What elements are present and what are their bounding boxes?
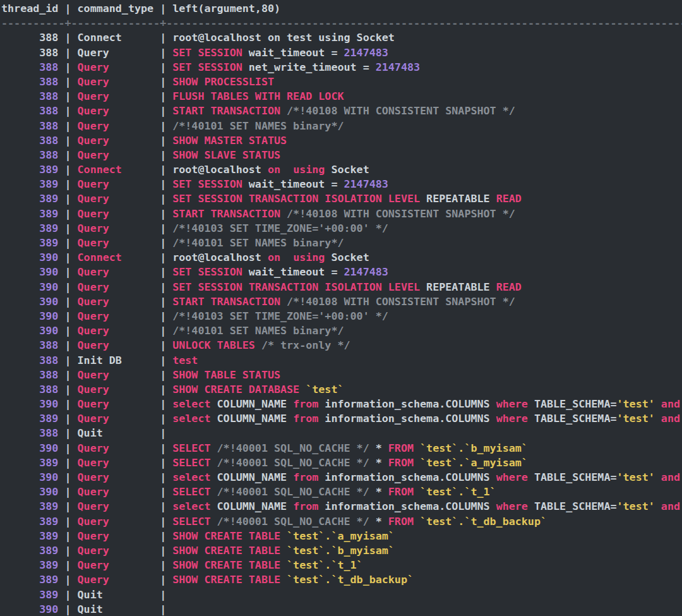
command-type-cell: Query — [78, 529, 154, 543]
column-divider: | — [153, 133, 172, 148]
sql-segment: `test`.`b_myisam` — [420, 442, 528, 454]
sql-segment: information_schema.COLUMNS — [318, 412, 496, 425]
sql-segment: COLUMN_NAME — [211, 500, 294, 512]
log-row: 390 | Query | START TRANSACTION /*!40108… — [1, 294, 682, 309]
column-divider: | — [58, 368, 77, 382]
sql-segment: UNLOCK TABLES — [172, 339, 255, 351]
log-row: 390 | Query | /*!40103 SET TIME_ZONE='+0… — [1, 309, 682, 323]
sql-segment: 'test' — [617, 471, 655, 483]
sql-segment: information_schema.COLUMNS — [318, 471, 496, 483]
thread-id-cell: 388 — [1, 148, 58, 162]
header-row: thread_id | command_type | left(argument… — [1, 1, 682, 16]
column-divider: | — [58, 485, 77, 499]
command-type-cell: Query — [78, 470, 154, 485]
command-type-cell: Quit — [78, 602, 154, 616]
log-row: 390 | Query | SET SESSION TRANSACTION IS… — [1, 280, 682, 294]
command-type-cell: Query — [78, 558, 154, 572]
thread-id-cell: 388 — [1, 89, 58, 104]
thread-id-cell: 389 — [1, 162, 58, 177]
sql-segment: FROM — [388, 485, 414, 498]
column-divider: | — [153, 207, 172, 221]
column-divider: | — [58, 221, 77, 236]
sql-segment — [414, 515, 420, 528]
column-divider: | — [153, 104, 172, 118]
column-divider: | — [58, 470, 77, 485]
argument-cell: SHOW MASTER STATUS — [172, 133, 287, 148]
column-divider: | — [153, 588, 172, 602]
column-divider: | — [153, 456, 172, 470]
column-divider: | — [58, 162, 77, 177]
column-divider: | — [153, 280, 172, 294]
thread-id-cell: 389 — [1, 529, 58, 543]
argument-cell: /*!40103 SET TIME_ZONE='+00:00' */ — [172, 309, 388, 323]
sql-segment — [280, 163, 293, 176]
column-divider: | — [153, 485, 172, 499]
sql-segment: SET SESSION TRANSACTION ISOLATION LEVEL — [172, 281, 420, 293]
command-type-cell: Query — [78, 294, 154, 309]
column-divider: | — [58, 323, 77, 338]
column-divider: | — [58, 177, 77, 191]
command-type-cell: Query — [78, 411, 154, 426]
sql-segment: where — [496, 471, 528, 483]
sql-segment: from — [293, 500, 318, 512]
column-divider: | — [153, 191, 172, 206]
argument-cell: SET SESSION wait_timeout = 2147483 — [172, 265, 388, 279]
log-row: 388 | Init DB | test — [1, 353, 682, 368]
sql-segment: using — [293, 163, 325, 176]
command-type-cell: Query — [78, 104, 154, 118]
column-divider: | — [58, 514, 77, 529]
thread-id-cell: 390 — [1, 309, 58, 323]
argument-cell: START TRANSACTION /*!40108 WITH CONSISTE… — [172, 104, 515, 118]
argument-cell: SHOW CREATE TABLE `test`.`a_myisam` — [172, 529, 395, 543]
column-divider: | — [153, 1, 172, 16]
column-divider: | — [58, 265, 77, 279]
log-row: 390 | Query | select COLUMN_NAME from in… — [1, 397, 682, 411]
log-row: 389 | Query | /*!40101 SET NAMES binary*… — [1, 236, 682, 250]
sql-segment: * — [369, 485, 388, 498]
sql-segment: SHOW CREATE TABLE — [172, 573, 287, 586]
sql-segment: /* trx-only */ — [261, 339, 350, 351]
thread-id-cell: 388 — [1, 45, 58, 60]
log-row: 388 | Query | /*!40101 SET NAMES binary*… — [1, 119, 682, 133]
command-type-cell: Query — [78, 75, 154, 89]
sql-segment: select — [172, 412, 210, 425]
argument-cell: SHOW CREATE TABLE `test`.`t_1` — [172, 558, 362, 572]
argument-cell: START TRANSACTION /*!40108 WITH CONSISTE… — [172, 294, 515, 309]
log-row: 388 | Connect | root@localhost on test u… — [1, 30, 682, 45]
column-divider: | — [58, 60, 77, 75]
column-divider: | — [58, 89, 77, 104]
sql-segment: SELECT — [172, 442, 210, 454]
sql-segment: select — [172, 397, 210, 410]
sql-segment: REPEATABLE — [420, 281, 496, 293]
sql-segment: TABLE_SCHEMA= — [528, 412, 617, 425]
column-divider: | — [153, 89, 172, 104]
log-row: 390 | Query | SELECT /*!40001 SQL_NO_CAC… — [1, 441, 682, 456]
thread-id-cell: 390 — [1, 294, 58, 309]
command-type-cell: Query — [78, 148, 154, 162]
column-divider: | — [153, 499, 172, 514]
sql-segment: where — [496, 397, 528, 410]
sql-segment: REPEATABLE — [420, 192, 496, 205]
column-divider: | — [153, 250, 172, 265]
sql-segment: `test`.`t_db_backup` — [420, 515, 547, 528]
column-divider: | — [58, 456, 77, 470]
sql-segment: FLUSH TABLES WITH READ LOCK — [172, 90, 344, 102]
sql-segment: using — [293, 251, 325, 263]
thread-id-cell: 389 — [1, 191, 58, 206]
thread-id-cell: 389 — [1, 499, 58, 514]
argument-cell: SHOW CREATE DATABASE `test` — [172, 382, 344, 397]
column-divider: | — [153, 558, 172, 572]
sql-segment: /*!40103 SET TIME_ZONE='+00:00' */ — [172, 222, 388, 234]
column-divider: | — [153, 309, 172, 323]
command-type-cell: Query — [78, 572, 154, 587]
column-divider: | — [58, 441, 77, 456]
log-row: 388 | Query | SHOW MASTER STATUS — [1, 133, 682, 148]
sql-segment: /*!40103 SET TIME_ZONE='+00:00' */ — [172, 310, 388, 322]
log-row: 389 | Query | SHOW CREATE TABLE `test`.`… — [1, 529, 682, 543]
column-divider: | — [153, 162, 172, 177]
argument-cell: SHOW TABLE STATUS — [172, 368, 280, 382]
column-divider: | — [153, 236, 172, 250]
thread-id-cell: 390 — [1, 323, 58, 338]
column-divider: | — [153, 514, 172, 529]
thread-id-cell: 390 — [1, 265, 58, 279]
